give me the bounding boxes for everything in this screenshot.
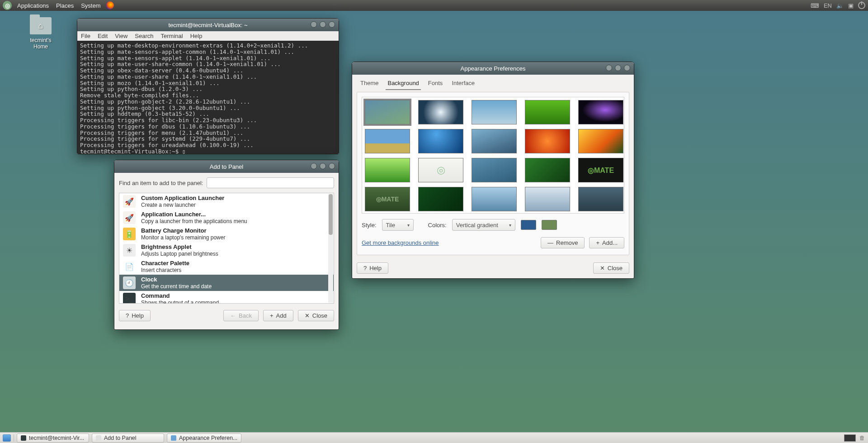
wallpaper-thumbnail[interactable] — [472, 129, 517, 153]
applet-title: Clock — [141, 276, 212, 283]
wallpaper-thumbnail[interactable]: ◎MATE — [365, 187, 410, 211]
list-item[interactable]: 📄 Character PaletteInsert characters — [119, 258, 334, 275]
wallpaper-thumbnail[interactable] — [525, 129, 570, 153]
wallpaper-thumbnail[interactable] — [418, 187, 463, 211]
taskbar-task[interactable]: tecmint@tecmint-Vir... — [17, 433, 89, 443]
window-maximize-button[interactable] — [320, 163, 326, 169]
close-button[interactable]: ✕Close — [298, 310, 334, 321]
tab-theme[interactable]: Theme — [359, 78, 380, 90]
list-item[interactable]: ☀ Brightness AppletAdjusts Laptop panel … — [119, 242, 334, 258]
wallpaper-thumbnail[interactable] — [418, 100, 463, 124]
scroll-thumb[interactable] — [329, 194, 333, 235]
power-icon[interactable] — [858, 2, 865, 9]
list-item[interactable]: 🕘 ClockGet the current time and date — [119, 275, 334, 291]
desktop-home-icon[interactable]: ⌂ tecmint's Home — [23, 17, 59, 50]
applet-desc: Copy a launcher from the applications me… — [141, 218, 247, 224]
wallpaper-thumbnail[interactable]: ◎MATE — [578, 158, 623, 182]
list-item[interactable]: >_ CommandShows the output of a command — [119, 291, 334, 304]
back-button[interactable]: ←Back — [223, 310, 259, 321]
colors-select[interactable]: Vertical gradient▾ — [452, 219, 515, 231]
workspace-switcher[interactable] — [844, 434, 856, 442]
get-more-backgrounds-link[interactable]: Get more backgrounds online — [362, 239, 439, 246]
addpanel-titlebar[interactable]: Add to Panel — [114, 160, 339, 173]
firefox-launcher-icon[interactable] — [106, 1, 114, 10]
add-wallpaper-button[interactable]: +Add... — [589, 237, 624, 248]
applets-list[interactable]: 🚀 Custom Application LauncherCreate a ne… — [119, 193, 334, 304]
taskbar-task[interactable]: Appearance Preferen... — [167, 433, 241, 443]
list-item[interactable]: 🚀 Custom Application LauncherCreate a ne… — [119, 193, 334, 210]
mate-logo-icon[interactable]: ◎ — [3, 1, 12, 10]
menu-system[interactable]: System — [77, 2, 104, 9]
wallpaper-thumbnail[interactable] — [525, 187, 570, 211]
wallpaper-thumbnail[interactable] — [365, 129, 410, 153]
applet-desc: Get the current time and date — [141, 283, 212, 290]
wallpaper-thumbnail[interactable] — [578, 100, 623, 124]
terminal-menu-terminal[interactable]: Terminal — [161, 33, 183, 39]
wallpaper-grid[interactable]: ◎◎MATE◎MATE — [362, 97, 624, 214]
tab-interface[interactable]: Interface — [450, 78, 476, 90]
style-select[interactable]: Tile▾ — [382, 219, 414, 231]
tab-fonts[interactable]: Fonts — [426, 78, 445, 90]
system-tray: ⌨ EN 🔈 ▣ — [811, 2, 865, 9]
task-label: Appearance Preferen... — [179, 435, 237, 441]
wallpaper-thumbnail[interactable] — [578, 129, 623, 153]
tabs: Theme Background Fonts Interface — [352, 75, 634, 90]
wallpaper-thumbnail[interactable] — [365, 100, 410, 124]
menu-applications[interactable]: Applications — [14, 2, 52, 9]
wallpaper-thumbnail[interactable] — [472, 100, 517, 124]
remove-button[interactable]: —Remove — [541, 237, 585, 248]
wallpaper-thumbnail[interactable] — [472, 187, 517, 211]
close-button[interactable]: ✕Close — [593, 262, 629, 274]
show-desktop-button[interactable] — [3, 434, 11, 442]
wallpaper-thumbnail[interactable] — [365, 158, 410, 182]
list-item[interactable]: 🚀 Application Launcher...Copy a launcher… — [119, 210, 334, 226]
add-button[interactable]: +Add — [263, 310, 293, 321]
wallpaper-thumbnail[interactable] — [525, 158, 570, 182]
window-maximize-button[interactable] — [615, 65, 621, 71]
window-close-button[interactable] — [329, 21, 335, 28]
help-button[interactable]: ?Help — [119, 310, 151, 321]
tab-background[interactable]: Background — [386, 78, 420, 90]
terminal-titlebar[interactable]: tecmint@tecmint-VirtualBox: ~ — [77, 19, 339, 31]
wallpaper-thumbnail[interactable] — [578, 187, 623, 211]
terminal-menu-edit[interactable]: Edit — [98, 33, 108, 39]
terminal-window: tecmint@tecmint-VirtualBox: ~ File Edit … — [77, 18, 339, 154]
wallpaper-thumbnail[interactable] — [472, 158, 517, 182]
terminal-menu-file[interactable]: File — [81, 33, 90, 39]
primary-color-swatch[interactable] — [521, 220, 536, 230]
window-minimize-button[interactable] — [311, 163, 317, 169]
window-maximize-button[interactable] — [320, 21, 326, 28]
secondary-color-swatch[interactable] — [542, 220, 557, 230]
window-minimize-button[interactable] — [311, 21, 317, 28]
display-icon[interactable]: ▣ — [848, 2, 854, 9]
window-close-button[interactable] — [624, 65, 630, 71]
addpanel-title: Add to Panel — [210, 163, 243, 170]
search-input[interactable] — [207, 177, 334, 188]
find-label: Find an item to add to the panel: — [119, 180, 203, 186]
terminal-menu-search[interactable]: Search — [135, 33, 153, 39]
taskbar-task[interactable]: Add to Panel — [92, 433, 164, 443]
appearance-titlebar[interactable]: Appearance Preferences — [352, 62, 634, 75]
keyboard-icon[interactable]: ⌨ — [811, 2, 819, 9]
wallpaper-thumbnail[interactable]: ◎ — [418, 158, 463, 182]
wallpaper-thumbnail[interactable] — [418, 129, 463, 153]
volume-icon[interactable]: 🔈 — [836, 2, 844, 9]
desktop-icon-label: tecmint's Home — [23, 37, 59, 50]
close-icon: ✕ — [600, 265, 605, 272]
trash-icon[interactable]: 🗑 — [859, 435, 865, 441]
window-close-button[interactable] — [329, 163, 335, 169]
scrollbar[interactable] — [328, 194, 333, 303]
list-item[interactable]: 🔋 Battery Charge MonitorMonitor a laptop… — [119, 226, 334, 242]
applet-icon: 🚀 — [123, 195, 136, 208]
colors-label: Colors: — [428, 222, 447, 229]
terminal-output[interactable]: Setting up mate-desktop-environment-extr… — [77, 41, 339, 154]
help-button[interactable]: ?Help — [357, 262, 388, 274]
wallpaper-thumbnail[interactable] — [525, 100, 570, 124]
terminal-menu-help[interactable]: Help — [190, 33, 203, 39]
applet-desc: Shows the output of a command — [141, 300, 219, 304]
applet-desc: Monitor a laptop's remaining power — [141, 234, 225, 241]
menu-places[interactable]: Places — [52, 2, 77, 9]
window-minimize-button[interactable] — [606, 65, 612, 71]
language-indicator[interactable]: EN — [824, 2, 832, 9]
terminal-menu-view[interactable]: View — [115, 33, 127, 39]
